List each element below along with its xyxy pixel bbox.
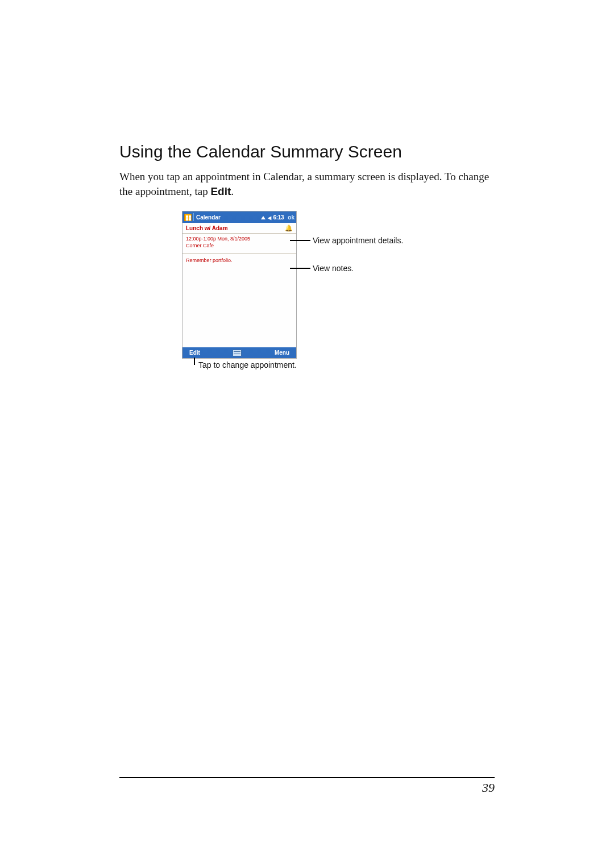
page: Using the Calendar Summary Screen When y… [0,0,614,868]
callout-leader-details [290,240,310,241]
page-number: 39 [119,780,495,795]
softkey-edit[interactable]: Edit [189,350,200,356]
edit-keyword: Edit [210,185,231,197]
appointment-location: Corner Cafe [186,243,293,250]
page-footer: 39 [119,777,495,795]
section-title: Using the Calendar Summary Screen [119,142,495,161]
appointment-time-date: 12:00p-1:00p Mon, 8/1/2005 [186,236,293,243]
appointment-notes: Remember portfolio. [182,254,296,347]
content-area: Using the Calendar Summary Screen When y… [119,142,495,398]
callout-edit: Tap to change appointment. [198,360,297,369]
ok-button[interactable]: ok [286,214,294,221]
appointment-details: 12:00p-1:00p Mon, 8/1/2005 Corner Cafe [182,234,296,253]
callout-details: View appointment details. [313,236,403,245]
app-title: Calendar [196,214,261,221]
start-icon[interactable] [184,214,192,221]
speaker-icon [268,214,271,221]
device-screenshot: Calendar 6:13 ok Lunch w/ Adam 🔔 12:00p-… [182,211,297,359]
callout-notes: View notes. [313,264,354,273]
figure: Calendar 6:13 ok Lunch w/ Adam 🔔 12:00p-… [119,211,495,398]
appointment-title: Lunch w/ Adam [186,225,228,231]
keyboard-icon[interactable] [233,350,242,356]
callout-leader-notes [290,268,310,269]
footer-rule [119,777,495,778]
signal-icon [261,214,265,221]
titlebar-divider [193,213,194,221]
clock-time: 6:13 [273,214,284,221]
body-after: . [231,185,234,197]
appointment-title-row: Lunch w/ Adam 🔔 [182,223,296,234]
callout-leader-edit [194,358,195,365]
body-before: When you tap an appointment in Calendar,… [119,171,489,197]
softkey-menu[interactable]: Menu [275,350,289,356]
softkey-bar: Edit Menu [182,347,296,358]
section-body: When you tap an appointment in Calendar,… [119,169,495,198]
status-icons: 6:13 ok [261,214,295,221]
reminder-bell-icon[interactable]: 🔔 [285,225,293,231]
device-titlebar: Calendar 6:13 ok [182,211,296,223]
